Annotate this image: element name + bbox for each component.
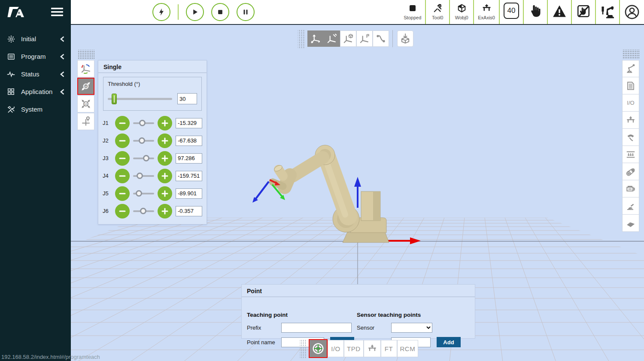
palette-drag-handle[interactable] (77, 50, 94, 59)
j2-value-input[interactable] (176, 136, 202, 146)
j5-slider-handle[interactable] (136, 190, 142, 197)
positioner-button[interactable] (622, 197, 639, 215)
j1-slider-handle[interactable] (139, 120, 146, 126)
path-curve-button[interactable] (373, 30, 389, 47)
device-toolbar-drag-handle[interactable] (622, 49, 639, 58)
toolbar-drag-handle[interactable] (298, 29, 305, 48)
positioner-icon (625, 200, 636, 212)
j2-minus-button[interactable] (115, 133, 130, 148)
j1-slider[interactable] (133, 122, 154, 124)
workobject-cube-icon (456, 3, 467, 14)
belt-drive-icon (625, 166, 636, 177)
j5-plus-button[interactable] (158, 186, 172, 201)
j1-plus-button[interactable] (158, 116, 172, 130)
gripper-button[interactable] (622, 129, 639, 146)
threshold-slider[interactable] (108, 98, 172, 100)
j6-value-input[interactable] (176, 206, 202, 216)
joint-label: J4 (103, 173, 112, 179)
exaxis-indicator[interactable]: ExAxis0 (473, 0, 499, 24)
user-frame-button[interactable] (356, 30, 373, 47)
tcp-target-button[interactable] (309, 339, 328, 358)
single-joint-jog-button[interactable]: M (77, 78, 94, 95)
tool-label: Tool0 (432, 15, 443, 20)
j4-minus-button[interactable] (115, 169, 130, 183)
power-button[interactable] (152, 3, 170, 21)
play-icon (191, 8, 199, 16)
j6-slider-handle[interactable] (140, 208, 146, 214)
speed-box[interactable]: 40 (504, 3, 519, 19)
base-frame-button[interactable] (307, 30, 324, 47)
point-jog-button[interactable] (77, 113, 94, 130)
j3-value-input[interactable] (176, 153, 202, 164)
pause-button[interactable] (237, 3, 255, 21)
workpiece-button[interactable] (622, 215, 639, 232)
robot-mount-indicator[interactable] (595, 0, 619, 24)
hamburger-menu-icon[interactable] (51, 7, 63, 17)
prefix-input[interactable] (281, 323, 352, 333)
j4-slider-handle[interactable] (137, 173, 143, 179)
3d-viewport[interactable]: M M Single Threshold (°) J1 (71, 24, 644, 361)
program-doc-button[interactable] (622, 77, 639, 94)
ft-panel-button[interactable]: FT (381, 340, 397, 357)
io-panel-button[interactable]: I/O (328, 340, 344, 357)
j6-plus-button[interactable] (158, 204, 172, 218)
j2-plus-button[interactable] (158, 133, 172, 148)
sidebar-item-application[interactable]: Application (0, 83, 71, 100)
robot-arm-button[interactable] (622, 60, 639, 77)
wobj-frame-button[interactable] (340, 30, 356, 47)
j4-plus-button[interactable] (158, 169, 172, 183)
threshold-label: Threshold (°) (108, 81, 197, 87)
manual-hand-icon (529, 4, 542, 18)
j4-slider[interactable] (133, 175, 154, 177)
j3-slider[interactable] (133, 158, 154, 159)
j3-slider-handle[interactable] (143, 155, 149, 161)
account-menu[interactable] (619, 0, 644, 24)
sidebar-item-initial[interactable]: Initial (0, 30, 71, 48)
coordinate-jog-button[interactable] (77, 60, 94, 77)
j2-slider[interactable] (133, 140, 154, 142)
sidebar-item-system[interactable]: System (0, 100, 71, 118)
speed-indicator[interactable]: 40 (499, 0, 523, 24)
io-device-button[interactable]: I/O (622, 94, 639, 112)
j5-value-input[interactable] (176, 188, 202, 199)
tool-frame-button[interactable] (324, 30, 340, 47)
manual-mode-indicator[interactable] (523, 0, 547, 24)
belt-drive-button[interactable] (622, 163, 639, 180)
j6-slider[interactable] (133, 210, 154, 212)
sensor-add-point-button[interactable]: Add (437, 337, 461, 347)
stop-button[interactable] (211, 3, 229, 21)
j5-slider[interactable] (133, 193, 154, 194)
program-doc-icon (7, 52, 15, 61)
play-button[interactable] (186, 3, 204, 21)
threshold-slider-handle[interactable] (112, 94, 117, 104)
view-toolbar (298, 29, 413, 48)
exaxis-gantry-icon (481, 3, 492, 14)
threshold-value-input[interactable] (177, 93, 197, 104)
sensor-select[interactable] (391, 323, 432, 333)
conveyor-button[interactable] (622, 146, 639, 163)
alarm-indicator[interactable] (547, 0, 571, 24)
drag-disabled-indicator[interactable] (571, 0, 595, 24)
j1-value-input[interactable] (176, 118, 202, 128)
j3-plus-button[interactable] (158, 151, 172, 166)
tpd-panel-button[interactable]: TPD (344, 340, 364, 357)
chevron-left-icon (60, 71, 65, 77)
sidebar-item-program[interactable]: Program (0, 48, 71, 65)
tool-indicator[interactable]: Tool0 (425, 0, 449, 24)
j1-minus-button[interactable] (115, 116, 130, 130)
wobj-indicator[interactable]: Wobj0 (449, 0, 473, 24)
joint-row-j2: J2 (103, 132, 202, 149)
function-toolbar-drag-handle[interactable] (299, 339, 307, 358)
motor-button[interactable] (622, 180, 639, 197)
j5-minus-button[interactable] (115, 186, 130, 201)
rcm-panel-button[interactable]: RCM (397, 340, 419, 357)
import-model-button[interactable] (397, 30, 413, 47)
j2-slider-handle[interactable] (139, 137, 145, 144)
j3-minus-button[interactable] (115, 151, 130, 166)
exaxis-device-button[interactable] (622, 112, 639, 129)
multi-joint-jog-button[interactable]: M (77, 95, 94, 112)
j6-minus-button[interactable] (115, 204, 130, 218)
exaxis-panel-button[interactable] (364, 340, 381, 357)
sidebar-item-status[interactable]: Status (0, 65, 71, 83)
j4-value-input[interactable] (176, 171, 202, 181)
